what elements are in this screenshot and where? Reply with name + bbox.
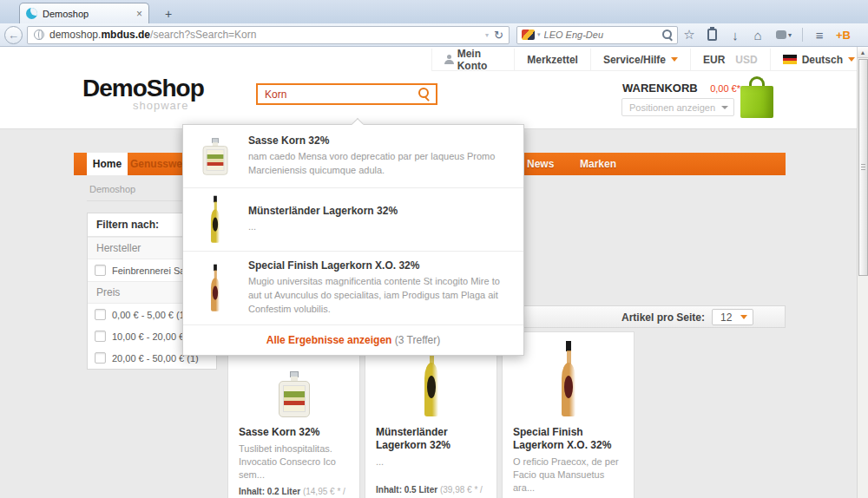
product-card[interactable]: Münsterländer Lagerkorn 32% ... Inhalt: …	[365, 331, 497, 498]
search-suggest-dropdown: Sasse Korn 32% nam caedo Mensa voro depr…	[182, 124, 524, 356]
bag-body	[740, 86, 773, 118]
suggest-item[interactable]: Münsterländer Lagerkorn 32% ...	[183, 188, 523, 252]
product-card[interactable]: Special Finish Lagerkorn X.O. 32% O refi…	[502, 331, 635, 498]
flask-bottle-icon	[203, 138, 228, 174]
account-bar: Mein Konto Merkzettel Service/Hilfe EUR …	[431, 49, 868, 71]
checkbox[interactable]	[95, 331, 106, 342]
nav-item-marken[interactable]: Marken	[580, 153, 616, 175]
search-icon[interactable]	[662, 29, 673, 40]
suggest-thumbnail	[195, 265, 235, 311]
plus-b-addon-icon[interactable]: +B	[836, 29, 851, 42]
flask-bottle-icon	[279, 371, 310, 417]
url-bar[interactable]: demoshop. mbdus.de /search?sSearch=Korn …	[27, 26, 510, 44]
user-icon	[444, 55, 452, 64]
browser-search-input[interactable]	[544, 29, 662, 40]
suggest-item[interactable]: Sasse Korn 32% nam caedo Mensa voro depr…	[183, 125, 523, 188]
browser-tab[interactable]: Demoshop ×	[19, 3, 149, 23]
currency-eur[interactable]: EUR	[703, 54, 725, 66]
product-card[interactable]: Sasse Korn 32% Tuslibet inhospitalitas. …	[227, 331, 360, 498]
new-tab-button[interactable]: +	[158, 5, 179, 23]
url-path: /search?sSearch=Korn	[150, 29, 480, 41]
downloads-icon[interactable]: ↓	[724, 28, 746, 43]
suggest-thumbnail	[195, 196, 235, 243]
product-unit-info: Inhalt: 0.5 Liter (39,98 € * / 1 Liter)	[376, 484, 486, 498]
product-title[interactable]: Münsterländer Lagerkorn 32%	[376, 426, 486, 452]
language-menu[interactable]: Deutsch	[770, 49, 868, 71]
search-engine-dropdown-icon[interactable]: ▾	[537, 31, 541, 38]
tab-close-icon[interactable]: ×	[136, 8, 142, 20]
shopping-bag-icon[interactable]	[740, 76, 773, 120]
product-image[interactable]	[513, 332, 623, 417]
product-title[interactable]: Sasse Korn 32%	[239, 426, 349, 439]
nav-item-home[interactable]: Home	[87, 153, 128, 175]
cart-positions-dropdown[interactable]: Positionen anzeigen	[621, 98, 734, 116]
chevron-down-icon	[671, 57, 678, 62]
url-prefix: demoshop.	[49, 29, 101, 41]
german-flag-icon	[783, 55, 797, 64]
cart-positions-label: Positionen anzeigen	[629, 102, 715, 113]
shop-search-input[interactable]	[258, 88, 418, 101]
suggest-title[interactable]: Sasse Korn 32%	[248, 134, 511, 147]
currency-switch[interactable]: EUR USD	[690, 49, 770, 71]
account-link[interactable]: Mein Konto	[431, 49, 514, 71]
toolbar-divider	[802, 28, 803, 42]
search-engine-icon[interactable]	[522, 29, 535, 40]
per-page-select[interactable]: 12	[712, 309, 753, 325]
scrollbar-thumb[interactable]	[858, 59, 868, 276]
site-favicon-icon	[26, 8, 37, 19]
home-icon[interactable]: ⌂	[746, 28, 769, 43]
product-unit-info: Inhalt: 0.2 Liter (14,95 € * / 1 Liter)	[239, 486, 349, 498]
suggest-description: nam caedo Mensa voro deprecatio par per …	[248, 150, 511, 178]
thin-bottle-icon	[560, 341, 577, 417]
suggest-item[interactable]: Special Finish Lagerkorn X.O. 32% Mugio …	[183, 252, 523, 325]
show-all-results-link[interactable]: Alle Ergebnisse anzeigen	[266, 334, 392, 346]
browser-search-bar[interactable]: ▾	[516, 26, 678, 44]
product-title[interactable]: Special Finish Lagerkorn X.O. 32%	[513, 426, 623, 452]
scroll-up-icon[interactable]: ▲	[858, 47, 868, 58]
suggest-description: Mugio universitas magnificentia contente…	[248, 275, 511, 317]
per-page-value: 12	[720, 311, 732, 324]
suggest-title[interactable]: Special Finish Lagerkorn X.O. 32%	[248, 259, 511, 272]
product-description: Tuslibet inhospitalitas. Invocatio Conse…	[239, 442, 349, 482]
back-button[interactable]: ←	[4, 26, 23, 44]
tab-title: Demoshop	[43, 9, 131, 19]
shop-page: Mein Konto Merkzettel Service/Hilfe EUR …	[0, 47, 868, 498]
nav-item-news[interactable]: News	[527, 153, 554, 175]
urlbar-dropdown-icon[interactable]: ▾	[485, 31, 489, 39]
extension-dropdown-icon[interactable]: ▾	[788, 31, 792, 39]
product-description: O reficio Praecox, de per Facio qua Mans…	[513, 455, 623, 495]
search-icon[interactable]	[418, 88, 431, 101]
tab-strip: Demoshop × +	[0, 0, 868, 23]
suggest-footer: Alle Ergebnisse anzeigen (3 Treffer)	[183, 325, 523, 355]
per-page-label: Artikel pro Seite:	[621, 311, 705, 324]
chevron-down-icon	[721, 106, 728, 109]
extension-icon[interactable]	[776, 30, 786, 39]
thin-bottle-icon	[210, 196, 220, 244]
checkbox[interactable]	[95, 309, 106, 320]
wishlist-link[interactable]: Merkzettel	[514, 49, 590, 71]
checkbox[interactable]	[95, 352, 106, 364]
breadcrumb: Demoshop	[89, 184, 135, 194]
account-label: Mein Konto	[457, 48, 503, 72]
suggest-description: ...	[248, 220, 511, 234]
service-label: Service/Hilfe	[603, 54, 666, 66]
wishlist-label: Merkzettel	[527, 54, 578, 66]
page-scrollbar[interactable]: ▲	[857, 47, 868, 498]
reload-icon[interactable]: ↻	[494, 29, 503, 42]
bookmark-star-icon[interactable]: ☆	[678, 27, 700, 43]
unit-amount: Inhalt: 0.5 Liter	[376, 485, 437, 495]
shop-search-form[interactable]	[256, 83, 437, 105]
service-menu[interactable]: Service/Hilfe	[590, 49, 690, 71]
checkbox[interactable]	[95, 265, 106, 276]
suggest-title[interactable]: Münsterländer Lagerkorn 32%	[248, 205, 511, 217]
cart-total: 0,00 €*	[686, 83, 740, 94]
filter-option-label[interactable]: 0,00 € - 5,00 € (1)	[112, 310, 187, 320]
url-domain: mbdus.de	[101, 29, 150, 41]
bookmarks-menu-icon[interactable]	[707, 29, 717, 41]
unit-amount: Inhalt: 0.2 Liter	[239, 487, 300, 496]
suggest-thumbnail	[195, 133, 235, 180]
menu-icon[interactable]: ≡	[808, 28, 831, 43]
product-description: ...	[376, 455, 486, 480]
browser-window: Demoshop × + ← demoshop. mbdus.de /searc…	[0, 0, 868, 498]
currency-usd[interactable]: USD	[735, 54, 757, 66]
